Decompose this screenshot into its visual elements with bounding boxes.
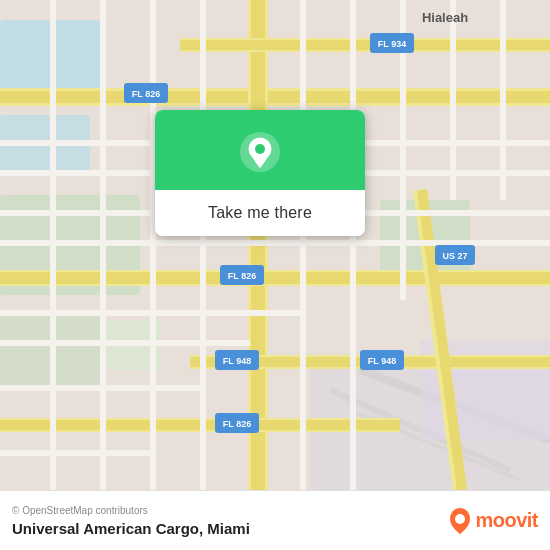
svg-rect-37 (200, 0, 206, 490)
svg-rect-33 (0, 450, 150, 456)
svg-text:FL 826: FL 826 (228, 271, 256, 281)
copyright-text: © OpenStreetMap contributors (12, 505, 250, 516)
take-me-there-button[interactable]: Take me there (155, 190, 365, 236)
svg-rect-31 (0, 340, 250, 346)
map-container: FL 826 FL 934 FL 826 FL 948 FL 948 FL 82… (0, 0, 550, 490)
svg-rect-19 (0, 272, 550, 284)
svg-text:FL 826: FL 826 (223, 419, 251, 429)
location-card: Take me there (155, 110, 365, 236)
location-pin-icon (238, 130, 282, 174)
svg-point-60 (255, 144, 265, 154)
svg-rect-39 (350, 0, 356, 490)
svg-rect-34 (50, 0, 56, 490)
svg-rect-38 (300, 0, 306, 490)
svg-rect-42 (500, 0, 506, 200)
location-name: Universal American Cargo, Miami (12, 520, 250, 537)
moovit-pin-icon (449, 508, 471, 534)
moovit-brand-text: moovit (475, 509, 538, 532)
svg-rect-13 (0, 91, 550, 103)
svg-text:FL 948: FL 948 (368, 356, 396, 366)
svg-text:FL 934: FL 934 (378, 39, 406, 49)
bottom-bar: © OpenStreetMap contributors Universal A… (0, 490, 550, 550)
svg-text:FL 826: FL 826 (132, 89, 160, 99)
svg-text:US 27: US 27 (442, 251, 467, 261)
svg-text:FL 948: FL 948 (223, 356, 251, 366)
card-header (155, 110, 365, 190)
svg-rect-35 (100, 0, 106, 490)
svg-point-61 (455, 514, 465, 524)
svg-rect-17 (180, 40, 550, 50)
bottom-left-info: © OpenStreetMap contributors Universal A… (12, 505, 250, 537)
moovit-logo: moovit (449, 508, 538, 534)
svg-rect-41 (450, 0, 456, 200)
svg-rect-36 (150, 0, 156, 490)
svg-text:Hialeah: Hialeah (422, 10, 468, 25)
